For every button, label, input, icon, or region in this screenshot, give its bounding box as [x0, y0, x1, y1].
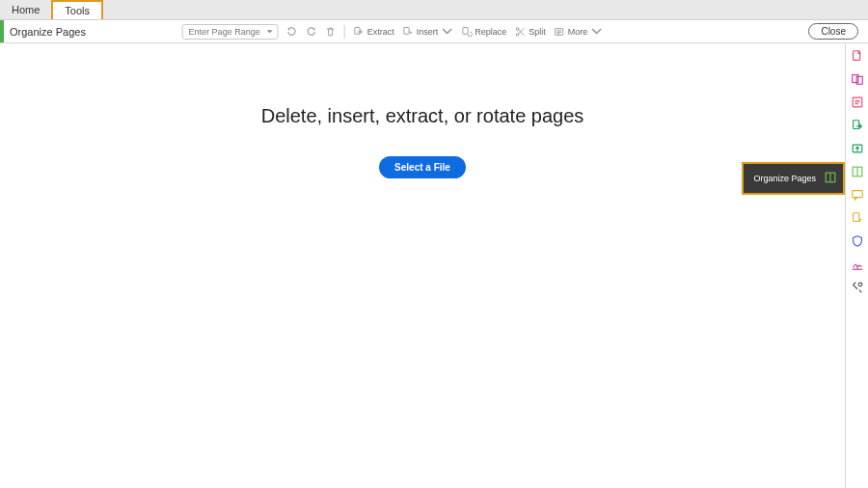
subbar-tools: Enter Page Range Extract — [182, 24, 603, 40]
tooltip-label: Organize Pages — [753, 174, 816, 183]
main-stage: Delete, insert, extract, or rotate pages… — [0, 43, 845, 488]
select-file-button[interactable]: Select a File — [379, 156, 466, 178]
close-button[interactable]: Close — [808, 23, 858, 40]
insert-label: Insert — [417, 27, 439, 37]
svg-rect-4 — [355, 27, 360, 34]
subbar-title: Organize Pages — [4, 26, 86, 38]
rail-combine-icon[interactable] — [851, 72, 864, 86]
extract-button[interactable]: Extract — [353, 26, 394, 38]
chevron-down-icon — [441, 26, 452, 38]
split-label: Split — [529, 27, 546, 37]
rail-more-tools-icon[interactable] — [851, 281, 864, 294]
page-range-dropdown[interactable]: Enter Page Range — [182, 24, 279, 40]
rail-edit-icon[interactable] — [851, 95, 864, 109]
organize-pages-icon — [824, 171, 837, 186]
rail-fill-sign-icon[interactable] — [851, 211, 864, 225]
delete-button[interactable] — [325, 26, 337, 38]
svg-rect-18 — [853, 213, 858, 222]
svg-rect-10 — [853, 51, 859, 61]
split-button[interactable]: Split — [514, 26, 546, 38]
svg-rect-17 — [852, 191, 862, 198]
extract-label: Extract — [367, 27, 394, 37]
tab-home[interactable]: Home — [0, 0, 51, 19]
organize-sub-bar: Organize Pages Enter Page Range Extract — [0, 20, 868, 43]
rotate-cw-button[interactable] — [306, 26, 317, 38]
rail-comment-icon[interactable] — [851, 188, 864, 202]
svg-rect-5 — [404, 27, 409, 34]
rotate-ccw-button[interactable] — [286, 26, 298, 38]
headline: Delete, insert, extract, or rotate pages — [261, 105, 584, 127]
svg-rect-6 — [462, 27, 467, 34]
chevron-down-icon — [590, 26, 602, 38]
rail-create-pdf-icon[interactable] — [851, 49, 864, 63]
replace-label: Replace — [475, 27, 506, 37]
replace-button[interactable]: Replace — [460, 26, 506, 38]
tab-tools[interactable]: Tools — [51, 0, 103, 19]
svg-point-7 — [516, 27, 519, 30]
more-button[interactable]: More — [554, 26, 603, 38]
right-tool-rail — [845, 43, 868, 488]
svg-point-19 — [858, 283, 862, 286]
divider — [344, 25, 345, 39]
rail-sign-icon[interactable] — [851, 258, 864, 271]
svg-rect-14 — [853, 121, 858, 129]
more-label: More — [568, 27, 588, 37]
insert-button[interactable]: Insert — [402, 26, 453, 38]
rail-protect-icon[interactable] — [851, 234, 864, 248]
top-tab-bar: Home Tools — [0, 0, 868, 20]
svg-point-8 — [516, 33, 519, 36]
rail-share-icon[interactable] — [851, 142, 864, 155]
top-right-icons — [824, 0, 868, 19]
rail-export-icon[interactable] — [851, 119, 864, 132]
organize-pages-tooltip: Organize Pages — [742, 162, 845, 195]
rail-organize-icon[interactable] — [851, 165, 864, 178]
